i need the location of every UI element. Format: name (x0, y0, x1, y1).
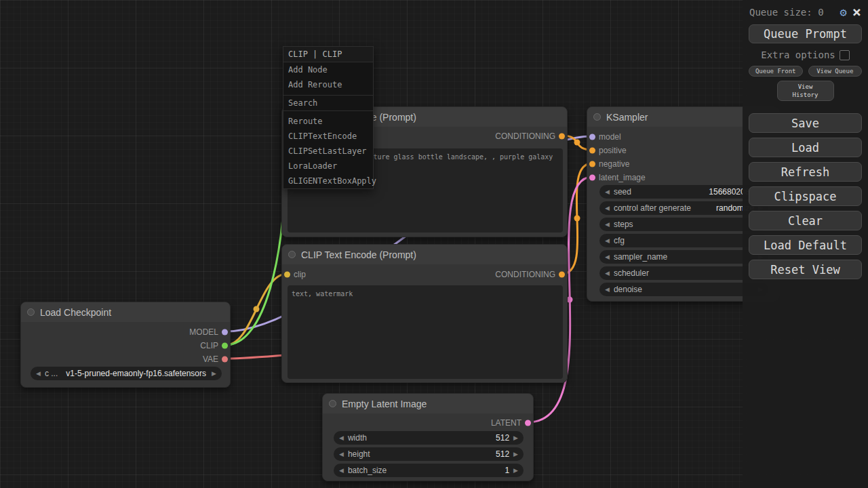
menu-button-stack: Save Load Refresh Clipspace Clear Load D… (743, 113, 868, 279)
output-label: CONDITIONING (495, 131, 555, 141)
collapse-dot-icon[interactable] (593, 113, 601, 121)
queue-front-button[interactable]: Queue Front (749, 66, 803, 77)
output-label: VAE (203, 354, 218, 364)
menu-item-search[interactable]: Search (283, 95, 373, 111)
increment-arrow-icon[interactable]: ▶ (513, 451, 518, 458)
increment-arrow-icon[interactable]: ▶ (513, 467, 518, 474)
node-empty-latent-image[interactable]: Empty Latent Image LATENT ◀ width 512 ▶ … (322, 393, 534, 481)
load-button[interactable]: Load (749, 138, 862, 157)
decrement-arrow-icon[interactable]: ◀ (339, 451, 344, 458)
output-vae: VAE (21, 352, 230, 366)
widget-value[interactable]: 512 (496, 433, 509, 443)
node-clip-text-encode-2[interactable]: CLIP Text Encode (Prompt) clip CONDITION… (281, 244, 568, 383)
decrement-arrow-icon[interactable]: ◀ (605, 270, 610, 277)
conditioning-output-dot[interactable] (559, 272, 565, 278)
widget-label: control after generate (614, 203, 691, 213)
output-clip: CLIP (21, 339, 230, 352)
save-button[interactable]: Save (749, 113, 862, 133)
prev-arrow-icon[interactable]: ◀ (36, 370, 41, 377)
close-menu-icon[interactable]: × (852, 6, 861, 18)
output-label: CLIP (200, 341, 218, 350)
increment-arrow-icon[interactable]: ▶ (513, 434, 518, 441)
decrement-arrow-icon[interactable]: ◀ (605, 221, 610, 228)
load-default-button[interactable]: Load Default (749, 235, 862, 255)
widget-label: height (348, 449, 370, 459)
menu-item-loraloader[interactable]: LoraLoader (283, 159, 373, 174)
collapse-dot-icon[interactable] (329, 400, 336, 407)
decrement-arrow-icon[interactable]: ◀ (339, 434, 344, 441)
node-title: CLIP Text Encode (Prompt) (301, 249, 416, 260)
widget-value[interactable]: 1 (505, 466, 509, 475)
decrement-arrow-icon[interactable]: ◀ (605, 205, 610, 211)
menu-item-add-reroute[interactable]: Add Reroute (283, 77, 373, 92)
model-input-dot[interactable] (589, 134, 595, 140)
decrement-arrow-icon[interactable]: ◀ (605, 253, 610, 260)
next-arrow-icon[interactable]: ▶ (212, 370, 216, 377)
wire-clip-dot (254, 306, 260, 312)
input-label: positive (599, 146, 627, 155)
decrement-arrow-icon[interactable]: ◀ (339, 467, 344, 474)
settings-gear-icon[interactable]: ⚙ (840, 5, 847, 19)
node-title-bar[interactable]: CLIP Text Encode (Prompt) (282, 245, 567, 264)
batch-size-widget[interactable]: ◀ batch_size 1 ▶ (334, 464, 524, 477)
output-label: CONDITIONING (495, 270, 555, 279)
widget-value[interactable]: v1-5-pruned-emaonly-fp16.safetensors (66, 369, 206, 378)
widget-label: c ... (45, 369, 58, 378)
widget-label: steps (614, 220, 633, 229)
widget-label: denoise (614, 285, 642, 294)
node-title: Empty Latent Image (342, 399, 427, 409)
queue-size-label: Queue size: 0 (749, 7, 835, 18)
collapse-dot-icon[interactable] (27, 308, 35, 316)
collapse-dot-icon[interactable] (288, 251, 296, 258)
decrement-arrow-icon[interactable]: ◀ (605, 188, 610, 195)
reset-view-button[interactable]: Reset View (749, 260, 862, 279)
latent-image-input-dot[interactable] (589, 175, 595, 181)
clipspace-button[interactable]: Clipspace (749, 186, 862, 206)
widget-label: batch_size (348, 466, 387, 475)
ckpt-name-widget[interactable]: ◀ c ... v1-5-pruned-emaonly-fp16.safeten… (31, 367, 222, 380)
node-title: KSampler (606, 112, 648, 123)
negative-input-dot[interactable] (589, 161, 595, 167)
input-label: latent_image (599, 173, 646, 182)
extra-options-row: Extra options (743, 49, 868, 60)
queue-controls-row: Queue Front View Queue (749, 66, 862, 77)
queue-prompt-button[interactable]: Queue Prompt (749, 24, 862, 43)
node-title-bar[interactable]: Empty Latent Image (323, 394, 533, 413)
positive-input-dot[interactable] (589, 148, 595, 154)
output-label: LATENT (491, 418, 521, 428)
menu-item-reroute[interactable]: Reroute (283, 114, 373, 129)
model-output-dot[interactable] (222, 329, 228, 336)
menu-item-cliptextencode[interactable]: CLIPTextEncode (283, 129, 373, 144)
height-widget[interactable]: ◀ height 512 ▶ (334, 447, 524, 461)
widget-value[interactable]: 512 (496, 449, 509, 459)
refresh-button[interactable]: Refresh (749, 162, 862, 182)
widget-label: sampler_name (614, 252, 667, 262)
view-history-button[interactable]: View History (777, 81, 834, 101)
latent-output-dot[interactable] (525, 420, 531, 426)
wire-conditioning-negative-dot (574, 216, 580, 222)
decrement-arrow-icon[interactable]: ◀ (605, 286, 610, 293)
vae-output-dot[interactable] (222, 357, 228, 363)
menu-item-gligentextboxapply[interactable]: GLIGENTextBoxApply (283, 174, 373, 188)
view-queue-button[interactable]: View Queue (808, 66, 863, 77)
node-canvas[interactable]: CLIP Text Encode (Prompt) CONDITIONING b… (0, 0, 868, 488)
node-title-bar[interactable]: Load Checkpoint (21, 302, 230, 322)
link-release-context-menu: CLIP | CLIP Add Node Add Reroute Search … (283, 46, 374, 189)
widget-label: cfg (614, 236, 625, 245)
conditioning-output-dot[interactable] (559, 134, 565, 140)
node-load-checkpoint[interactable]: Load Checkpoint MODEL CLIP VAE ◀ c ... v… (20, 302, 231, 388)
clip-output-dot[interactable] (222, 343, 228, 349)
menu-item-add-node[interactable]: Add Node (283, 62, 373, 77)
width-widget[interactable]: ◀ width 512 ▶ (334, 431, 524, 445)
decrement-arrow-icon[interactable]: ◀ (605, 237, 610, 244)
widget-label: seed (614, 187, 631, 197)
menu-item-clipsetlastlayer[interactable]: CLIPSetLastLayer (283, 144, 373, 159)
extra-options-label: Extra options (761, 49, 835, 60)
context-menu-title: CLIP | CLIP (283, 47, 373, 62)
negative-prompt-textarea[interactable]: text, watermark (288, 285, 563, 379)
menu-header: Queue size: 0 ⚙ × (743, 0, 868, 20)
extra-options-checkbox[interactable] (840, 50, 850, 60)
output-model: MODEL (21, 325, 230, 339)
clear-button[interactable]: Clear (749, 211, 862, 230)
wire-conditioning-positive-dot (574, 140, 580, 146)
